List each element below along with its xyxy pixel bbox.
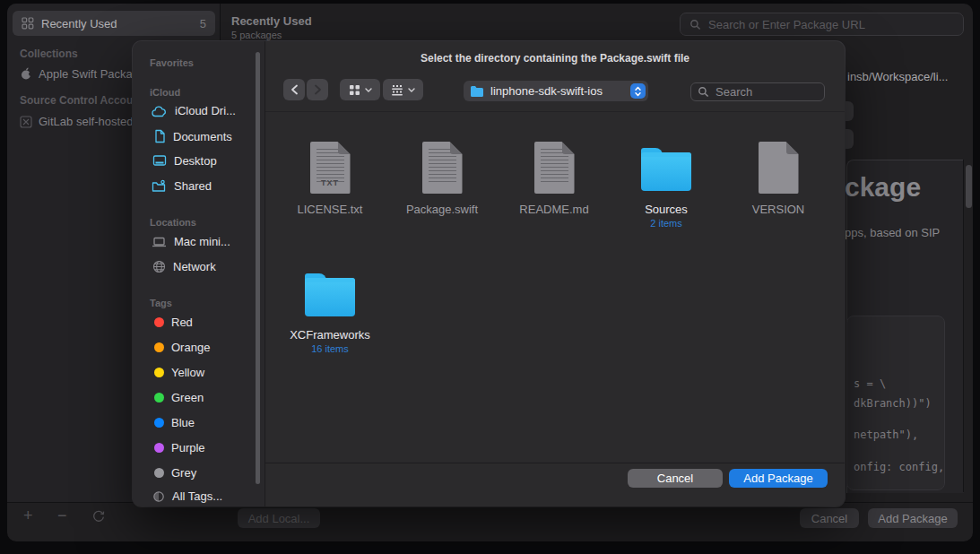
sidebar-item-label: Shared [174, 179, 212, 193]
plain-file-icon [759, 142, 799, 194]
chevron-down-icon [365, 88, 372, 92]
sidebar-item-label: Mac mini... [174, 235, 230, 248]
sidebar-item-label: Yellow [171, 366, 204, 379]
desktop-icon [152, 154, 167, 168]
document-icon [153, 129, 166, 143]
popup-chevrons-icon [630, 83, 646, 99]
file-item-license[interactable]: TXT LICENSE.txt [276, 142, 384, 216]
dialog-search-field[interactable] [690, 82, 825, 101]
folder-item-count: 16 items [276, 343, 384, 354]
sidebar-item-label: All Tags... [172, 489, 222, 503]
code-snippet-panel: s = \ dkBranch))") netpath"), onfig: con… [846, 316, 945, 490]
panel-divider [963, 160, 964, 492]
directory-popup-button[interactable]: linphone-sdk-swift-ios [464, 81, 648, 101]
sidebar-item-label: GitLab self-hosted [39, 115, 134, 128]
file-name: LICENSE.txt [276, 203, 384, 216]
cancel-button[interactable]: Cancel [628, 469, 723, 488]
search-icon [698, 86, 709, 98]
icon-view-button[interactable] [340, 79, 380, 100]
code-line: onfig: config, [854, 461, 944, 473]
sidebar-item-tag-grey[interactable]: Grey [154, 466, 196, 480]
laptop-icon [152, 236, 167, 248]
tag-color-dot [154, 317, 164, 327]
sidebar-scrollbar[interactable] [256, 52, 260, 484]
folder-item-sources[interactable]: Sources 2 items [612, 142, 720, 229]
sidebar-item-label: Orange [171, 341, 210, 354]
file-badge: TXT [310, 178, 351, 187]
back-button[interactable] [283, 79, 305, 100]
all-tags-icon [152, 490, 165, 503]
globe-icon [152, 260, 166, 273]
gitlab-account-icon [20, 116, 32, 128]
text-file-icon: TXT [310, 142, 351, 194]
code-line: s = \ [854, 377, 886, 390]
folder-icon [305, 278, 355, 316]
tags-header: Tags [150, 298, 172, 308]
sidebar-item-documents[interactable]: Documents [153, 129, 232, 143]
sidebar-item-label: Desktop [174, 154, 217, 168]
sidebar-item-tag-yellow[interactable]: Yellow [154, 366, 204, 379]
tag-color-dot [154, 468, 164, 478]
toolbar-divider [265, 111, 845, 112]
forward-button[interactable] [307, 79, 328, 100]
sidebar-item-recently-used[interactable]: Recently Used 5 [13, 11, 215, 36]
sidebar-item-shared[interactable]: Shared [152, 179, 212, 193]
file-name: Package.swift [388, 203, 496, 216]
sidebar-item-network[interactable]: Network [152, 260, 216, 273]
tag-color-dot [154, 342, 164, 352]
tag-color-dot [154, 418, 164, 428]
sidebar-item-tag-green[interactable]: Green [154, 391, 204, 404]
shared-folder-icon [152, 179, 167, 193]
dialog-title: Select the directory containing the Pack… [265, 52, 845, 65]
sidebar-item-all-tags[interactable]: All Tags... [152, 489, 222, 503]
window-add-package-button[interactable]: Add Package [868, 508, 958, 528]
folder-name: Sources [612, 203, 720, 216]
sidebar-item-mac-mini[interactable]: Mac mini... [152, 235, 230, 248]
list-view-button[interactable] [383, 79, 423, 100]
add-local-label: Add Local... [248, 512, 310, 525]
repo-path-text: insb/Workspace/li... [847, 70, 948, 83]
window-cancel-button[interactable]: Cancel [800, 508, 859, 528]
folder-item-count: 2 items [612, 218, 720, 229]
add-package-label: Add Package [878, 512, 947, 525]
file-item-version[interactable]: VERSION [724, 142, 832, 216]
locations-header: Locations [150, 217, 196, 228]
sidebar-item-label: Blue [171, 416, 195, 429]
add-package-button[interactable]: Add Package [729, 469, 828, 488]
sidebar-item-label: Recently Used [41, 17, 117, 30]
screen: Recently Used 5 Collections Apple Swift … [0, 0, 980, 554]
refresh-button[interactable] [91, 509, 106, 524]
file-item-readme[interactable]: README.md [500, 142, 608, 216]
sidebar-item-tag-blue[interactable]: Blue [154, 416, 195, 429]
package-subheading-fragment: pps, based on SIP [845, 226, 940, 239]
sidebar-item-count: 5 [200, 17, 206, 30]
sidebar-item-icloud-drive[interactable]: iCloud Dri... [152, 104, 236, 117]
remove-account-button[interactable]: − [57, 508, 67, 523]
scrollbar-thumb[interactable] [966, 165, 972, 208]
folder-icon [470, 85, 484, 97]
favorites-header: Favorites [150, 57, 194, 68]
chevron-down-icon [408, 88, 415, 92]
collections-header: Collections [20, 48, 78, 60]
sidebar-item-tag-purple[interactable]: Purple [154, 441, 205, 454]
dialog-search-input[interactable] [714, 84, 818, 100]
choose-directory-dialog: Favorites iCloud iCloud Dri... Documents… [133, 41, 845, 506]
file-item-package-swift[interactable]: Package.swift [388, 142, 496, 216]
add-local-button[interactable]: Add Local... [238, 508, 320, 528]
cancel-label: Cancel [811, 512, 847, 525]
folder-icon [641, 152, 691, 191]
folder-name: XCFrameworks [276, 328, 384, 342]
sidebar-item-desktop[interactable]: Desktop [152, 154, 217, 168]
package-url-search-field[interactable] [680, 13, 964, 36]
sidebar-item-label: Purple [171, 441, 205, 454]
sidebar-item-label: Red [171, 316, 193, 329]
folder-item-xcframeworks[interactable]: XCFrameworks 16 items [276, 267, 384, 354]
sidebar-item-tag-red[interactable]: Red [154, 316, 193, 329]
add-account-button[interactable]: + [23, 508, 33, 523]
sidebar-item-tag-orange[interactable]: Orange [154, 341, 210, 354]
sidebar-item-label: Green [171, 391, 204, 404]
add-package-label: Add Package [743, 472, 812, 485]
text-file-icon [534, 142, 575, 194]
content-subtitle: 5 packages [231, 30, 282, 40]
search-input[interactable] [707, 17, 954, 32]
